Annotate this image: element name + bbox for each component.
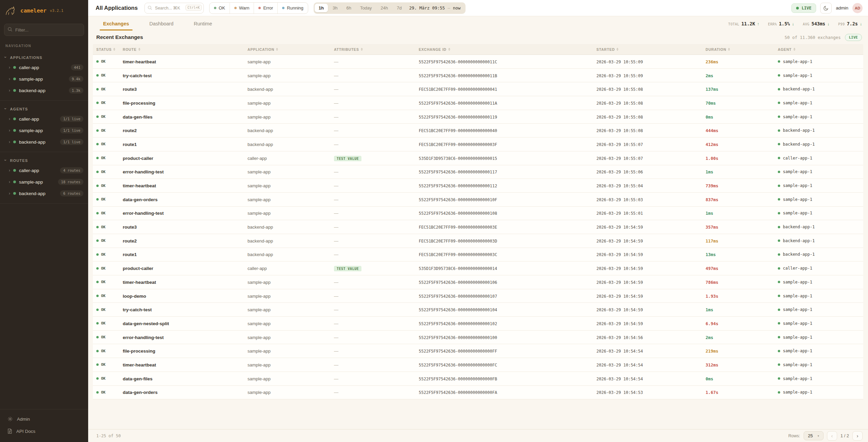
tab-runtime[interactable]: Runtime — [193, 17, 214, 30]
table-row[interactable]: OKfile-processingsample-app—5522F5F97542… — [93, 344, 863, 358]
sidebar-item-sample-app[interactable]: ›sample-app9.4k — [0, 73, 88, 85]
filter-warn[interactable]: Warn — [230, 3, 254, 14]
status-cell: OK — [93, 170, 119, 174]
rows-per-page-select[interactable]: 25 ▾ — [804, 431, 824, 440]
table-row[interactable]: OKtimer-heartbeatsample-app—5522F5F97542… — [93, 275, 863, 289]
time-range-1h[interactable]: 1h — [315, 4, 328, 12]
table-row[interactable]: OKroute3backend-app—FEC51BC20E7FF09-0000… — [93, 220, 863, 234]
route-cell: error-handling-test — [119, 210, 244, 216]
prev-page-button[interactable]: ‹ — [827, 431, 837, 441]
table-row[interactable]: OKtimer-heartbeatsample-app—5522F5F97542… — [93, 358, 863, 372]
status-dot — [96, 198, 99, 201]
filter-running[interactable]: Running — [278, 3, 308, 14]
agent-dot — [778, 60, 780, 63]
route-cell: data-gen-files — [119, 376, 244, 382]
sidebar-item-api-docs[interactable]: API Docs — [0, 425, 88, 437]
application-cell: backend-app — [244, 86, 331, 92]
attribute-empty: — — [334, 73, 338, 78]
date-range[interactable]: 29. März 09:55 — now — [407, 5, 465, 10]
time-range-7d[interactable]: 7d — [393, 4, 406, 12]
agent-cell: sample-app-1 — [774, 59, 863, 64]
table-row[interactable]: OKdata-gen-orderssample-app—5522F5F97542… — [93, 193, 863, 207]
time-range-3h[interactable]: 3h — [329, 4, 341, 12]
tab-exchanges[interactable]: Exchanges — [102, 17, 131, 30]
column-header-attributes[interactable]: ATTRIBUTES — [331, 47, 415, 51]
next-page-button[interactable]: › — [852, 431, 863, 441]
table-row[interactable]: OKproduct-callercaller-appTEST VALUE535D… — [93, 151, 863, 165]
table-row[interactable]: OKerror-handling-testsample-app—5522F5F9… — [93, 207, 863, 220]
column-header-exchange-id[interactable]: EXCHANGE ID — [415, 47, 593, 51]
avatar[interactable]: AD — [852, 3, 863, 13]
sidebar-item-backend-app[interactable]: ›backend-app1/1 live — [0, 136, 88, 148]
table-row[interactable]: OKdata-gen-filessample-app—5522F5F975426… — [93, 110, 863, 124]
table-row[interactable]: OKroute2backend-app—FEC51BC20E7FF09-0000… — [93, 234, 863, 248]
sidebar-item-caller-app[interactable]: ›caller-app1/1 live — [0, 113, 88, 125]
column-header-route[interactable]: ROUTE — [119, 47, 244, 51]
status-dot — [13, 192, 16, 195]
status-dot — [96, 281, 99, 283]
table-row[interactable]: OKtimer-heartbeatsample-app—5522F5F97542… — [93, 55, 863, 69]
time-range-6h[interactable]: 6h — [342, 4, 355, 12]
time-range-today[interactable]: Today — [356, 4, 376, 12]
table-row[interactable]: OKerror-handling-testsample-app—5522F5F9… — [93, 331, 863, 344]
sidebar-item-label: caller-app — [19, 65, 68, 70]
table-row[interactable]: OKdata-gen-orderssample-app—5522F5F97542… — [93, 386, 863, 400]
stat-p99: P997.2s↓ — [838, 21, 862, 26]
filter-error[interactable]: Error — [254, 3, 278, 14]
table-row[interactable]: OKdata-gen-filessample-app—5522F5F975426… — [93, 372, 863, 386]
column-header-status[interactable]: STATUS — [93, 47, 119, 51]
route-name: loop-demo — [123, 294, 146, 299]
table-row[interactable]: OKtimer-heartbeatsample-app—5522F5F97542… — [93, 179, 863, 193]
filter-ok[interactable]: OK — [210, 3, 230, 14]
table-row[interactable]: OKdata-gen-nested-splitsample-app—5522F5… — [93, 317, 863, 331]
agent-name: sample-app-1 — [783, 335, 812, 340]
sidebar-item-sample-app[interactable]: ›sample-app18 routes — [0, 176, 88, 188]
theme-toggle-button[interactable] — [820, 3, 832, 14]
nav-section-header[interactable]: ›ROUTES — [0, 155, 88, 165]
sidebar-item-admin[interactable]: Admin — [0, 413, 88, 425]
table-row[interactable]: OKproduct-callercaller-appTEST VALUE535D… — [93, 261, 863, 275]
table-row[interactable]: OKroute1backend-app—FEC51BC20E7FF09-0000… — [93, 248, 863, 262]
attributes-cell: — — [331, 279, 415, 285]
column-header-agent[interactable]: AGENT — [774, 47, 863, 51]
sidebar-item-caller-app[interactable]: ›caller-app441 — [0, 62, 88, 73]
table-row[interactable]: OKtry-catch-testsample-app—5522F5F975426… — [93, 303, 863, 317]
table-row[interactable]: OKloop-demosample-app—5522F5F97542636-00… — [93, 289, 863, 303]
sidebar-item-sample-app[interactable]: ›sample-app1/1 live — [0, 125, 88, 136]
sidebar-filter-input[interactable] — [4, 24, 84, 36]
live-toggle-button[interactable]: LIVE — [791, 3, 816, 13]
started-cell: 2026-03-29 10:55:09 — [593, 59, 702, 65]
route-cell: timer-heartbeat — [119, 362, 244, 368]
table-row[interactable]: OKroute2backend-app—FEC51BC20E7FF09-0000… — [93, 124, 863, 138]
application-name: caller-app — [248, 266, 267, 271]
column-header-started[interactable]: STARTED — [593, 47, 702, 51]
table-row[interactable]: OKtry-catch-testsample-app—5522F5F975426… — [93, 69, 863, 83]
exchange-id-cell: 5522F5F97542636-00000000000000FB — [415, 376, 593, 382]
route-name: timer-heartbeat — [123, 59, 156, 64]
nav-section-header[interactable]: ›AGENTS — [0, 104, 88, 113]
status-dot — [96, 143, 99, 145]
time-range-24h[interactable]: 24h — [377, 4, 392, 12]
sidebar-item-backend-app[interactable]: ›backend-app1.3k — [0, 85, 88, 96]
agent-dot — [778, 74, 780, 77]
agent-name: caller-app-1 — [783, 266, 812, 271]
table-row[interactable]: OKfile-processingsample-app—5522F5F97542… — [93, 96, 863, 110]
nav-section-header[interactable]: ›APPLICATIONS — [0, 52, 88, 62]
application-cell: caller-app — [244, 155, 331, 161]
status-label: OK — [101, 349, 105, 353]
column-header-application[interactable]: APPLICATION — [244, 47, 331, 51]
table-row[interactable]: OKerror-handling-testsample-app—5522F5F9… — [93, 165, 863, 179]
sort-icon — [276, 48, 278, 51]
agent-cell: caller-app-1 — [774, 156, 863, 161]
agent-cell: sample-app-1 — [774, 294, 863, 298]
page-title: All Applications — [96, 5, 138, 11]
exchange-id-cell: 5522F5F97542636-00000000000000FA — [415, 389, 593, 395]
tab-dashboard[interactable]: Dashboard — [148, 17, 175, 30]
logo[interactable]: cameleer v3.2.1 — [0, 0, 88, 19]
table-row[interactable]: OKroute1backend-app—FEC51BC20E7FF09-0000… — [93, 138, 863, 151]
table-row[interactable]: OKroute3backend-app—FEC51BC20E7FF09-0000… — [93, 82, 863, 96]
sidebar-item-backend-app[interactable]: ›backend-app6 routes — [0, 188, 88, 199]
column-header-duration[interactable]: DURATION — [702, 47, 774, 51]
sidebar-item-caller-app[interactable]: ›caller-app4 routes — [0, 165, 88, 176]
status-cell: OK — [93, 321, 119, 325]
